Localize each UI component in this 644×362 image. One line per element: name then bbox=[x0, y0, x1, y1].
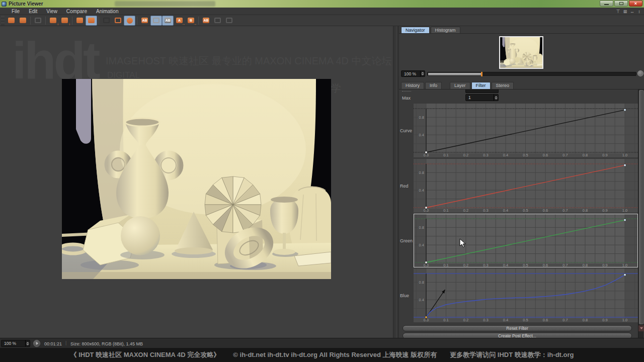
canvas-area[interactable]: ihdt IMAGEHOST 映速社区 最专业的 MAXON CINEMA 4D… bbox=[0, 26, 393, 338]
svg-text:0.0: 0.0 bbox=[424, 208, 429, 213]
compare-off-icon[interactable] bbox=[101, 16, 112, 26]
save-image-b-icon[interactable]: ↓ bbox=[59, 16, 70, 26]
graph-canvas-green[interactable]: 0.00.10.20.30.40.50.60.70.80.91.00.40.8 bbox=[414, 214, 638, 267]
svg-text:0.0: 0.0 bbox=[424, 263, 429, 267]
panel-splitter[interactable] bbox=[393, 26, 399, 338]
filter-graph-red[interactable]: Red0.00.10.20.30.40.50.60.70.80.91.00.40… bbox=[400, 159, 638, 213]
svg-text:0.4: 0.4 bbox=[419, 243, 424, 247]
svg-text:0.6: 0.6 bbox=[543, 153, 548, 157]
svg-text:0.8: 0.8 bbox=[583, 318, 588, 322]
ab-blend-icon-glyph: AB bbox=[165, 18, 171, 23]
status-zoom-spinner[interactable] bbox=[25, 340, 30, 346]
svg-text:0.1: 0.1 bbox=[443, 208, 448, 213]
menu-item-animation[interactable]: Animation bbox=[92, 9, 123, 14]
filter-graph-green[interactable]: Green0.00.10.20.30.40.50.60.70.80.91.00.… bbox=[400, 214, 638, 267]
pin-icon[interactable]: ⊤ bbox=[615, 9, 621, 14]
copy-to-a-icon[interactable] bbox=[74, 16, 86, 26]
goto-a-icon[interactable]: A→ bbox=[174, 16, 185, 26]
filter-graph-blue[interactable]: Blue0.00.10.20.30.40.50.60.70.80.91.00.4… bbox=[400, 268, 638, 322]
svg-text:0.8: 0.8 bbox=[583, 263, 588, 267]
ab-blend-icon[interactable]: AB bbox=[162, 16, 174, 26]
tab-filter[interactable]: Filter bbox=[471, 82, 491, 89]
tab-navigator[interactable]: Navigator bbox=[401, 27, 430, 34]
max-input[interactable]: 1 bbox=[465, 94, 499, 101]
compare-off-icon-glyph bbox=[103, 18, 110, 23]
svg-text:1.0: 1.0 bbox=[622, 318, 627, 322]
graph-canvas-blue[interactable]: 0.00.10.20.30.40.50.60.70.80.91.00.40.8 bbox=[414, 268, 638, 322]
filter-scrollbar[interactable] bbox=[638, 89, 643, 338]
close-button[interactable]: × bbox=[629, 1, 642, 7]
minimize-button[interactable] bbox=[600, 1, 613, 7]
ab-side-icon-glyph: AB bbox=[141, 18, 148, 23]
move-icon[interactable]: ↔ bbox=[629, 9, 635, 14]
compare-frame-icon[interactable] bbox=[112, 16, 124, 26]
copy-to-a-icon-glyph bbox=[76, 18, 83, 23]
scrollbar-thumb[interactable] bbox=[639, 90, 643, 324]
filter-graph-curve[interactable]: Curve0.00.10.20.30.40.50.60.70.80.91.00.… bbox=[400, 104, 638, 157]
toolbar: ↓↓ABABA→B→AB bbox=[0, 15, 644, 26]
ab-split-icon[interactable] bbox=[150, 16, 162, 26]
toolbar-drag-handle[interactable] bbox=[1, 16, 5, 25]
status-time: 00:01:21 bbox=[44, 341, 62, 346]
svg-text:0.4: 0.4 bbox=[503, 318, 508, 322]
compare-overlay-icon[interactable] bbox=[124, 16, 135, 26]
copy-to-b-icon[interactable] bbox=[86, 16, 97, 26]
ab-side-icon[interactable]: AB bbox=[139, 16, 150, 26]
menu-item-compare[interactable]: Compare bbox=[62, 9, 92, 14]
clipped-control[interactable] bbox=[465, 89, 499, 93]
max-spinner[interactable] bbox=[494, 95, 498, 101]
navigator-thumbnail[interactable] bbox=[499, 36, 543, 69]
layout-b-icon[interactable] bbox=[223, 16, 235, 26]
create-post-effect-button[interactable]: Create Post Effect... bbox=[403, 333, 632, 338]
zoom-spinner[interactable] bbox=[420, 71, 425, 76]
fullscreen-icon[interactable] bbox=[32, 16, 44, 26]
zoom-input[interactable]: 100 % bbox=[401, 70, 425, 77]
compare-frame-icon-glyph bbox=[115, 18, 121, 23]
svg-text:0.2: 0.2 bbox=[463, 318, 468, 322]
svg-text:0.5: 0.5 bbox=[523, 208, 528, 213]
zoom-slider[interactable] bbox=[427, 72, 636, 76]
layout-a-icon[interactable] bbox=[212, 16, 223, 26]
svg-text:0.8: 0.8 bbox=[419, 225, 424, 230]
arrow-glyph: → bbox=[181, 22, 185, 26]
menu-item-file[interactable]: File bbox=[7, 9, 24, 14]
save-image-a-icon[interactable]: ↓ bbox=[47, 16, 59, 26]
zoom-slider-knob[interactable] bbox=[637, 70, 643, 76]
menu-item-edit[interactable]: Edit bbox=[24, 9, 42, 14]
toolbar-separator bbox=[99, 17, 99, 25]
svg-text:0.4: 0.4 bbox=[503, 208, 508, 213]
scrollbar-down-arrow[interactable] bbox=[638, 325, 644, 331]
reset-filter-button[interactable]: Reset Filter bbox=[403, 325, 632, 331]
graph-canvas-curve[interactable]: 0.00.10.20.30.40.50.60.70.80.91.00.40.8 bbox=[414, 104, 638, 157]
svg-text:0.8: 0.8 bbox=[419, 115, 424, 120]
play-button[interactable] bbox=[33, 340, 40, 347]
save-file-icon[interactable] bbox=[17, 16, 29, 26]
toolbar-separator bbox=[72, 17, 72, 25]
swap-ab-icon-glyph: AB bbox=[203, 18, 209, 23]
zoom-slider-marker[interactable] bbox=[481, 72, 482, 76]
title-bar[interactable]: Picture Viewer × bbox=[0, 0, 644, 8]
menu-item-view[interactable]: View bbox=[42, 9, 62, 14]
tab-info[interactable]: Info bbox=[425, 82, 442, 89]
max-label: Max bbox=[402, 96, 411, 101]
open-file-icon[interactable] bbox=[6, 16, 17, 26]
tab-stereo[interactable]: Stereo bbox=[492, 82, 514, 89]
expand-panel-icon[interactable]: ⊞ bbox=[622, 9, 628, 14]
goto-b-icon[interactable]: B→ bbox=[185, 16, 197, 26]
svg-text:0.4: 0.4 bbox=[503, 153, 508, 157]
watermark-logo: ihdt bbox=[12, 35, 98, 85]
tab-layer[interactable]: Layer bbox=[450, 82, 470, 89]
tab-histogram[interactable]: Histogram bbox=[431, 27, 460, 34]
swap-ab-icon[interactable]: AB bbox=[200, 16, 212, 26]
footer-copyright: © ih-dt.net ih-dt.tv ih-dt.org All Right… bbox=[233, 350, 437, 359]
svg-text:0.3: 0.3 bbox=[483, 208, 488, 213]
toolbar-separator bbox=[45, 17, 46, 25]
toolbar-separator bbox=[198, 17, 199, 25]
tab-history[interactable]: History bbox=[401, 82, 424, 89]
rendered-image bbox=[62, 79, 331, 279]
maximize-button[interactable] bbox=[614, 1, 628, 7]
resize-icon[interactable]: ↕ bbox=[636, 9, 642, 14]
censored-title-text bbox=[115, 1, 215, 7]
status-zoom-input[interactable]: 100 % bbox=[1, 340, 30, 347]
graph-canvas-red[interactable]: 0.00.10.20.30.40.50.60.70.80.91.00.40.8 bbox=[414, 159, 638, 213]
